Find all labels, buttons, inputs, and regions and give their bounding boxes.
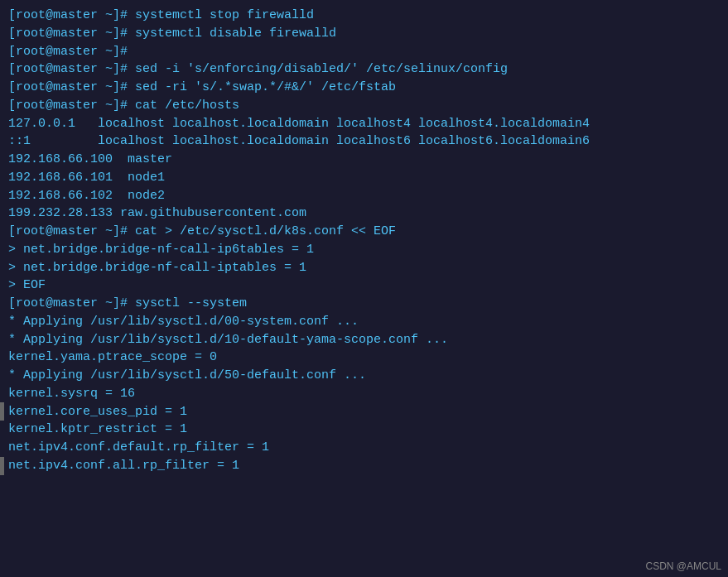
left-indicator-1 bbox=[0, 402, 4, 421]
watermark: CSDN @AMCUL bbox=[645, 560, 721, 574]
left-indicator-2 bbox=[0, 457, 4, 475]
terminal-content: [root@master ~]# systemctl stop firewall… bbox=[8, 7, 720, 475]
terminal-window: [root@master ~]# systemctl stop firewall… bbox=[0, 0, 728, 577]
